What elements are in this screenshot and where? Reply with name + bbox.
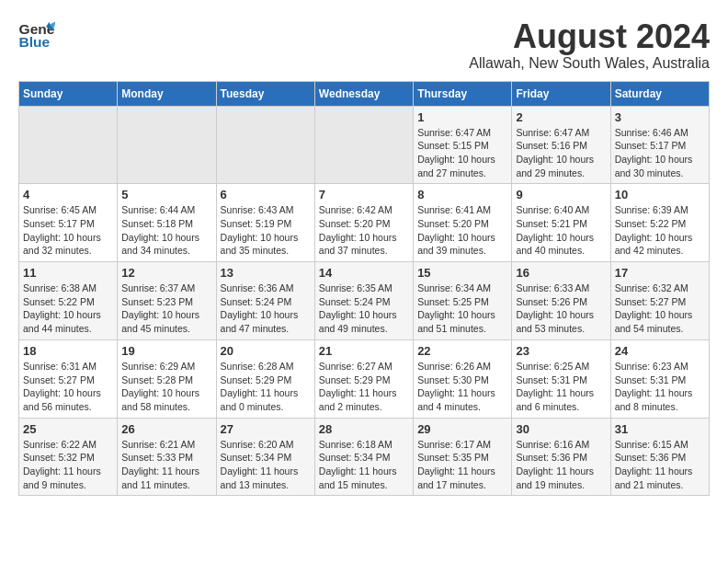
calendar-cell: 27Sunrise: 6:20 AMSunset: 5:34 PMDayligh…: [216, 418, 314, 496]
day-info: Sunrise: 6:37 AMSunset: 5:23 PMDaylight:…: [121, 282, 211, 336]
day-number: 17: [615, 266, 705, 280]
calendar-cell: 10Sunrise: 6:39 AMSunset: 5:22 PMDayligh…: [610, 184, 709, 262]
logo-icon: General Blue: [18, 18, 55, 51]
day-number: 20: [221, 344, 311, 358]
calendar-cell: [118, 106, 216, 184]
day-info: Sunrise: 6:43 AMSunset: 5:19 PMDaylight:…: [221, 203, 311, 258]
day-number: 19: [121, 344, 211, 358]
day-info: Sunrise: 6:23 AMSunset: 5:31 PMDaylight:…: [615, 360, 705, 414]
header-monday: Monday: [118, 81, 216, 106]
day-info: Sunrise: 6:40 AMSunset: 5:21 PMDaylight:…: [516, 203, 606, 258]
calendar-week-1: 4Sunrise: 6:45 AMSunset: 5:17 PMDaylight…: [19, 184, 710, 262]
day-number: 29: [417, 422, 507, 436]
calendar-cell: 18Sunrise: 6:31 AMSunset: 5:27 PMDayligh…: [19, 339, 118, 418]
header-thursday: Thursday: [414, 81, 512, 106]
calendar-cell: 11Sunrise: 6:38 AMSunset: 5:22 PMDayligh…: [19, 262, 118, 340]
header-saturday: Saturday: [610, 81, 709, 106]
calendar-cell: 17Sunrise: 6:32 AMSunset: 5:27 PMDayligh…: [610, 262, 709, 340]
day-info: Sunrise: 6:29 AMSunset: 5:28 PMDaylight:…: [121, 360, 211, 414]
day-info: Sunrise: 6:39 AMSunset: 5:22 PMDaylight:…: [615, 203, 705, 258]
calendar-cell: 5Sunrise: 6:44 AMSunset: 5:18 PMDaylight…: [118, 184, 216, 262]
calendar-cell: 15Sunrise: 6:34 AMSunset: 5:25 PMDayligh…: [414, 262, 512, 340]
day-number: 12: [121, 266, 211, 280]
calendar-cell: 6Sunrise: 6:43 AMSunset: 5:19 PMDaylight…: [216, 184, 314, 262]
day-number: 13: [221, 266, 311, 280]
location-subtitle: Allawah, New South Wales, Australia: [469, 55, 710, 72]
day-number: 10: [615, 188, 705, 201]
calendar-week-4: 25Sunrise: 6:22 AMSunset: 5:32 PMDayligh…: [19, 418, 710, 496]
calendar-cell: 30Sunrise: 6:16 AMSunset: 5:36 PMDayligh…: [512, 418, 610, 496]
day-number: 6: [221, 188, 311, 201]
day-number: 1: [417, 110, 507, 124]
day-number: 28: [319, 422, 409, 436]
day-info: Sunrise: 6:20 AMSunset: 5:34 PMDaylight:…: [221, 438, 311, 492]
day-info: Sunrise: 6:32 AMSunset: 5:27 PMDaylight:…: [615, 282, 705, 336]
header-tuesday: Tuesday: [216, 81, 314, 106]
day-number: 24: [615, 344, 705, 358]
calendar-cell: 4Sunrise: 6:45 AMSunset: 5:17 PMDaylight…: [19, 184, 118, 262]
day-number: 31: [615, 422, 705, 436]
day-number: 7: [319, 188, 409, 201]
day-info: Sunrise: 6:38 AMSunset: 5:22 PMDaylight:…: [23, 282, 113, 336]
day-info: Sunrise: 6:22 AMSunset: 5:32 PMDaylight:…: [23, 438, 113, 492]
day-number: 25: [23, 422, 113, 436]
day-info: Sunrise: 6:45 AMSunset: 5:17 PMDaylight:…: [23, 203, 113, 258]
day-number: 30: [516, 422, 606, 436]
calendar-cell: 20Sunrise: 6:28 AMSunset: 5:29 PMDayligh…: [216, 339, 314, 418]
calendar-cell: 28Sunrise: 6:18 AMSunset: 5:34 PMDayligh…: [314, 418, 413, 496]
day-info: Sunrise: 6:42 AMSunset: 5:20 PMDaylight:…: [319, 203, 409, 258]
calendar-cell: 9Sunrise: 6:40 AMSunset: 5:21 PMDaylight…: [512, 184, 610, 262]
calendar-cell: [216, 106, 314, 184]
day-info: Sunrise: 6:47 AMSunset: 5:16 PMDaylight:…: [516, 126, 606, 180]
day-info: Sunrise: 6:33 AMSunset: 5:26 PMDaylight:…: [516, 282, 606, 336]
title-area: August 2024 Allawah, New South Wales, Au…: [469, 18, 710, 72]
calendar-cell: 21Sunrise: 6:27 AMSunset: 5:29 PMDayligh…: [314, 339, 413, 418]
day-info: Sunrise: 6:47 AMSunset: 5:15 PMDaylight:…: [417, 126, 507, 180]
day-number: 4: [23, 188, 113, 201]
calendar-cell: 29Sunrise: 6:17 AMSunset: 5:35 PMDayligh…: [414, 418, 512, 496]
calendar-cell: [19, 106, 118, 184]
day-number: 14: [319, 266, 409, 280]
day-info: Sunrise: 6:46 AMSunset: 5:17 PMDaylight:…: [615, 126, 705, 180]
day-info: Sunrise: 6:28 AMSunset: 5:29 PMDaylight:…: [221, 360, 311, 414]
header-wednesday: Wednesday: [314, 81, 413, 106]
calendar-cell: 25Sunrise: 6:22 AMSunset: 5:32 PMDayligh…: [19, 418, 118, 496]
calendar-cell: 14Sunrise: 6:35 AMSunset: 5:24 PMDayligh…: [314, 262, 413, 340]
day-number: 15: [417, 266, 507, 280]
day-info: Sunrise: 6:35 AMSunset: 5:24 PMDaylight:…: [319, 282, 409, 336]
day-info: Sunrise: 6:17 AMSunset: 5:35 PMDaylight:…: [417, 438, 507, 492]
day-info: Sunrise: 6:34 AMSunset: 5:25 PMDaylight:…: [417, 282, 507, 336]
calendar-cell: 16Sunrise: 6:33 AMSunset: 5:26 PMDayligh…: [512, 262, 610, 340]
logo: General Blue: [18, 18, 55, 51]
calendar-cell: 1Sunrise: 6:47 AMSunset: 5:15 PMDaylight…: [414, 106, 512, 184]
day-info: Sunrise: 6:25 AMSunset: 5:31 PMDaylight:…: [516, 360, 606, 414]
calendar-table: Sunday Monday Tuesday Wednesday Thursday…: [18, 81, 710, 497]
day-number: 9: [516, 188, 606, 201]
calendar-cell: 3Sunrise: 6:46 AMSunset: 5:17 PMDaylight…: [610, 106, 709, 184]
day-number: 23: [516, 344, 606, 358]
calendar-cell: 23Sunrise: 6:25 AMSunset: 5:31 PMDayligh…: [512, 339, 610, 418]
day-number: 27: [221, 422, 311, 436]
calendar-week-2: 11Sunrise: 6:38 AMSunset: 5:22 PMDayligh…: [19, 262, 710, 340]
calendar-cell: 31Sunrise: 6:15 AMSunset: 5:36 PMDayligh…: [610, 418, 709, 496]
calendar-cell: 26Sunrise: 6:21 AMSunset: 5:33 PMDayligh…: [118, 418, 216, 496]
day-info: Sunrise: 6:26 AMSunset: 5:30 PMDaylight:…: [417, 360, 507, 414]
calendar-cell: 24Sunrise: 6:23 AMSunset: 5:31 PMDayligh…: [610, 339, 709, 418]
day-info: Sunrise: 6:16 AMSunset: 5:36 PMDaylight:…: [516, 438, 606, 492]
calendar-cell: 8Sunrise: 6:41 AMSunset: 5:20 PMDaylight…: [414, 184, 512, 262]
day-info: Sunrise: 6:44 AMSunset: 5:18 PMDaylight:…: [121, 203, 211, 258]
weekday-header-row: Sunday Monday Tuesday Wednesday Thursday…: [19, 81, 710, 106]
day-number: 2: [516, 110, 606, 124]
day-number: 3: [615, 110, 705, 124]
page-header: General Blue August 2024 Allawah, New So…: [18, 18, 710, 72]
calendar-cell: 19Sunrise: 6:29 AMSunset: 5:28 PMDayligh…: [118, 339, 216, 418]
day-info: Sunrise: 6:15 AMSunset: 5:36 PMDaylight:…: [615, 438, 705, 492]
day-number: 21: [319, 344, 409, 358]
day-number: 16: [516, 266, 606, 280]
day-info: Sunrise: 6:31 AMSunset: 5:27 PMDaylight:…: [23, 360, 113, 414]
calendar-cell: 2Sunrise: 6:47 AMSunset: 5:16 PMDaylight…: [512, 106, 610, 184]
day-number: 8: [417, 188, 507, 201]
day-number: 18: [23, 344, 113, 358]
calendar-cell: 12Sunrise: 6:37 AMSunset: 5:23 PMDayligh…: [118, 262, 216, 340]
calendar-cell: [314, 106, 413, 184]
